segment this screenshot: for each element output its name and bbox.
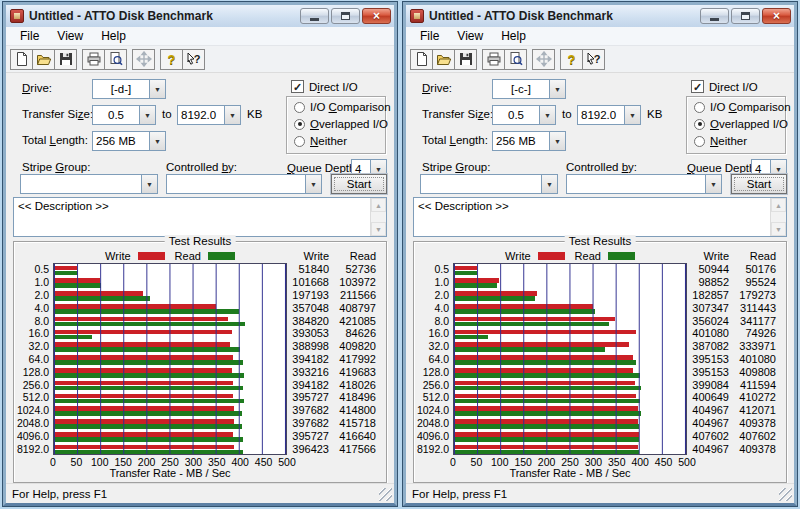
chevron-down-icon[interactable]: ▼ bbox=[705, 175, 721, 193]
print-preview-button[interactable] bbox=[504, 49, 527, 70]
save-button[interactable] bbox=[454, 49, 477, 70]
write-value: 356024 bbox=[687, 314, 734, 327]
move-button[interactable] bbox=[132, 49, 155, 70]
maximize-button[interactable] bbox=[331, 8, 360, 24]
overlapped-io-option[interactable]: Overlapped I/O bbox=[694, 118, 788, 130]
controlled-by-select[interactable]: ▼ bbox=[166, 174, 322, 194]
direct-io-checkbox[interactable]: ✓ bbox=[291, 80, 304, 93]
move-button[interactable] bbox=[532, 49, 555, 70]
description-scrollbar[interactable]: ▲ ▼ bbox=[370, 198, 386, 236]
chevron-down-icon[interactable]: ▼ bbox=[624, 106, 640, 124]
chevron-down-icon[interactable]: ▼ bbox=[305, 175, 321, 193]
neither-option[interactable]: Neither bbox=[294, 135, 347, 147]
legend-read-label: Read bbox=[175, 250, 201, 262]
close-button[interactable]: × bbox=[762, 8, 791, 24]
chevron-down-icon[interactable]: ▼ bbox=[224, 106, 240, 124]
chevron-down-icon[interactable]: ▼ bbox=[139, 106, 155, 124]
start-button[interactable]: Start bbox=[731, 174, 787, 194]
direct-io-checkbox[interactable]: ✓ bbox=[691, 80, 704, 93]
print-button[interactable] bbox=[82, 49, 105, 70]
print-icon bbox=[86, 51, 102, 67]
context-help-button[interactable]: ? bbox=[182, 49, 205, 70]
chevron-down-icon[interactable]: ▼ bbox=[141, 175, 157, 193]
minimize-button[interactable] bbox=[300, 8, 329, 24]
drive-value: [-c-] bbox=[493, 80, 549, 98]
write-bar bbox=[454, 406, 638, 411]
read-bar bbox=[54, 360, 243, 365]
close-button[interactable]: × bbox=[362, 8, 391, 24]
desktop: Untitled - ATTO Disk Benchmark × File Vi… bbox=[0, 0, 800, 506]
chevron-down-icon[interactable]: ▼ bbox=[149, 80, 165, 98]
new-document-button[interactable] bbox=[10, 49, 33, 70]
print-preview-button[interactable] bbox=[104, 49, 127, 70]
menu-file[interactable]: File bbox=[11, 27, 48, 45]
read-value: 211566 bbox=[334, 289, 381, 302]
chevron-down-icon[interactable]: ▼ bbox=[549, 132, 565, 150]
context-help-icon: ? bbox=[194, 53, 201, 65]
scroll-up-icon[interactable]: ▲ bbox=[771, 198, 786, 212]
chevron-down-icon[interactable]: ▼ bbox=[541, 175, 557, 193]
read-value: 415718 bbox=[334, 417, 381, 430]
transfer-size-from-select[interactable]: 0.5 ▼ bbox=[492, 105, 556, 125]
print-button[interactable] bbox=[482, 49, 505, 70]
size-label: 1024.0 bbox=[419, 404, 453, 417]
scroll-down-icon[interactable]: ▼ bbox=[771, 222, 786, 236]
context-help-button[interactable]: ? bbox=[582, 49, 605, 70]
drive-select[interactable]: [-d-] ▼ bbox=[92, 79, 166, 99]
maximize-button[interactable] bbox=[731, 8, 760, 24]
controlled-by-label: Controlled by: bbox=[166, 161, 237, 173]
x-tick: 150 bbox=[114, 456, 132, 468]
read-bar bbox=[54, 411, 242, 416]
description-box[interactable]: << Description >> ▲ ▼ bbox=[13, 197, 387, 237]
menu-view[interactable]: View bbox=[448, 27, 492, 45]
write-value: 407602 bbox=[687, 429, 734, 442]
help-button[interactable]: ? bbox=[160, 49, 183, 70]
help-button[interactable]: ? bbox=[560, 49, 583, 70]
open-button[interactable] bbox=[432, 49, 455, 70]
stripe-group-value bbox=[421, 175, 541, 193]
description-scrollbar[interactable]: ▲ ▼ bbox=[770, 198, 786, 236]
x-axis-label: Transfer Rate - MB / Sec bbox=[53, 467, 287, 480]
menu-file[interactable]: File bbox=[411, 27, 448, 45]
resize-grip[interactable] bbox=[379, 488, 392, 501]
description-box[interactable]: << Description >> ▲ ▼ bbox=[413, 197, 787, 237]
transfer-size-from-select[interactable]: 0.5 ▼ bbox=[92, 105, 156, 125]
read-value: 50176 bbox=[734, 263, 781, 276]
controlled-by-select[interactable]: ▼ bbox=[566, 174, 722, 194]
size-label: 32.0 bbox=[419, 340, 453, 353]
write-bar bbox=[454, 342, 629, 347]
neither-option[interactable]: Neither bbox=[694, 135, 747, 147]
total-length-select[interactable]: 256 MB ▼ bbox=[92, 131, 166, 151]
chevron-down-icon[interactable]: ▼ bbox=[149, 132, 165, 150]
open-button[interactable] bbox=[32, 49, 55, 70]
menu-help[interactable]: Help bbox=[492, 27, 535, 45]
stripe-group-select[interactable]: ▼ bbox=[20, 174, 158, 194]
total-length-select[interactable]: 256 MB ▼ bbox=[492, 131, 566, 151]
chevron-down-icon[interactable]: ▼ bbox=[539, 106, 555, 124]
size-labels: 0.51.02.04.08.016.032.064.0128.0256.0512… bbox=[19, 263, 53, 455]
kb-label: KB bbox=[247, 108, 262, 120]
stripe-group-select[interactable]: ▼ bbox=[420, 174, 558, 194]
new-document-button[interactable] bbox=[410, 49, 433, 70]
radio-icon bbox=[294, 102, 305, 113]
start-button[interactable]: Start bbox=[331, 174, 387, 194]
overlapped-io-option[interactable]: Overlapped I/O bbox=[294, 118, 388, 130]
read-bar bbox=[454, 347, 605, 352]
transfer-size-to-select[interactable]: 8192.0 ▼ bbox=[177, 105, 241, 125]
minimize-button[interactable] bbox=[700, 8, 729, 24]
io-comparison-option[interactable]: I/O Comparison bbox=[294, 101, 391, 113]
save-button[interactable] bbox=[54, 49, 77, 70]
resize-grip[interactable] bbox=[779, 488, 792, 501]
transfer-size-to-select[interactable]: 8192.0 ▼ bbox=[577, 105, 641, 125]
io-comparison-option[interactable]: I/O Comparison bbox=[694, 101, 791, 113]
save-floppy-icon bbox=[458, 51, 474, 67]
read-bar bbox=[54, 322, 245, 327]
drive-select[interactable]: [-c-] ▼ bbox=[492, 79, 566, 99]
read-value: 409808 bbox=[734, 365, 781, 378]
write-bar bbox=[454, 317, 615, 322]
menu-help[interactable]: Help bbox=[92, 27, 135, 45]
scroll-up-icon[interactable]: ▲ bbox=[371, 198, 386, 212]
chevron-down-icon[interactable]: ▼ bbox=[549, 80, 565, 98]
scroll-down-icon[interactable]: ▼ bbox=[371, 222, 386, 236]
menu-view[interactable]: View bbox=[48, 27, 92, 45]
